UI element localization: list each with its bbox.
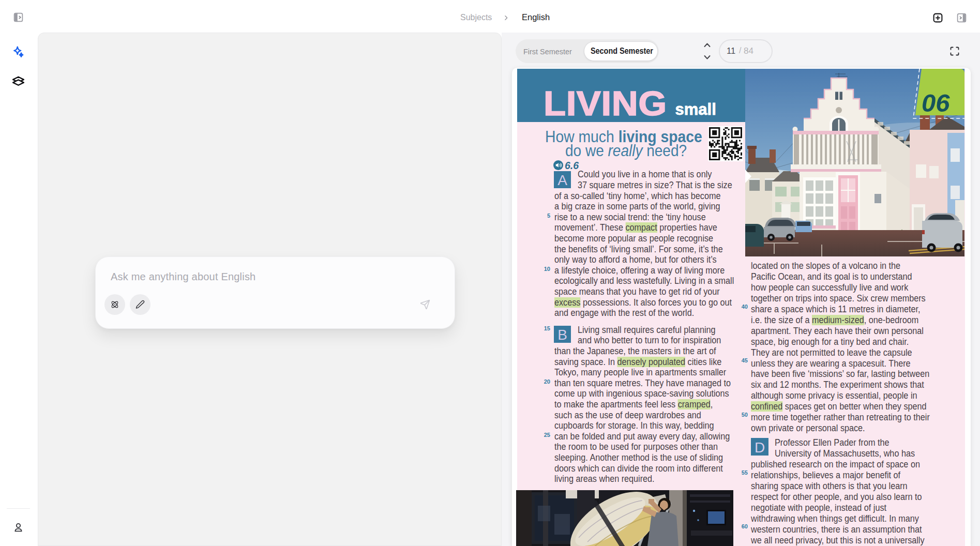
svg-text:06: 06 xyxy=(922,89,950,117)
